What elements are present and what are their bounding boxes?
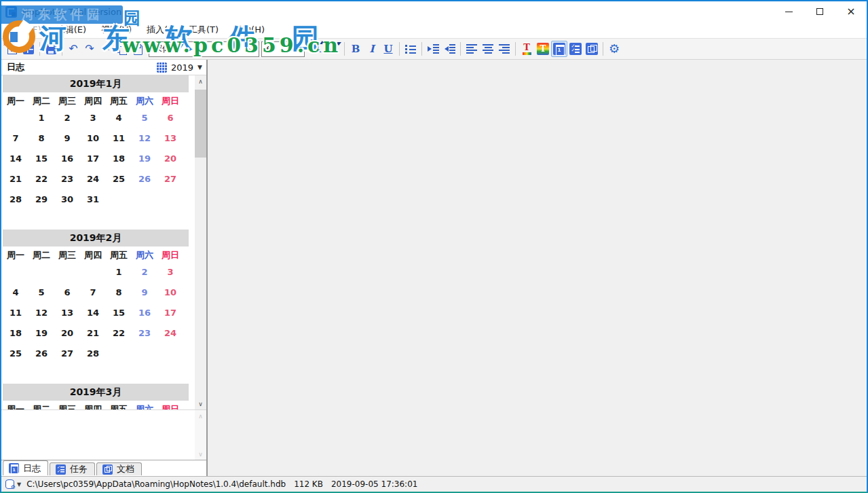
- tab-docs[interactable]: 文档: [96, 462, 142, 475]
- copy-button[interactable]: [114, 41, 130, 57]
- increase-indent-button[interactable]: [425, 41, 441, 57]
- date-cell[interactable]: 2: [132, 262, 157, 282]
- date-cell[interactable]: 13: [54, 303, 80, 323]
- date-cell[interactable]: 27: [157, 169, 183, 189]
- date-cell[interactable]: 19: [132, 149, 157, 169]
- bold-button[interactable]: B: [347, 41, 364, 57]
- date-cell[interactable]: 21: [80, 323, 106, 344]
- journal-view-button[interactable]: [551, 41, 567, 57]
- tab-tasks[interactable]: 任务: [50, 462, 95, 475]
- scroll-down-icon[interactable]: ∨: [195, 398, 206, 409]
- save-button[interactable]: [43, 41, 59, 57]
- date-cell[interactable]: 15: [106, 303, 132, 323]
- date-cell[interactable]: 10: [157, 282, 183, 303]
- date-cell[interactable]: 30: [54, 189, 80, 210]
- scroll-down-icon[interactable]: ∨: [195, 448, 206, 460]
- redo-button[interactable]: ↷: [81, 41, 98, 57]
- date-cell[interactable]: 21: [3, 169, 29, 189]
- tasks-view-button[interactable]: [567, 41, 584, 57]
- minimize-button[interactable]: [773, 1, 804, 22]
- decrease-font-button[interactable]: A: [325, 41, 341, 57]
- date-cell[interactable]: 13: [157, 128, 183, 149]
- date-cell[interactable]: 25: [3, 344, 29, 364]
- caret-down-icon[interactable]: ▼: [17, 481, 21, 488]
- undo-button[interactable]: ↶: [65, 41, 81, 57]
- date-cell[interactable]: 8: [29, 128, 54, 149]
- date-cell[interactable]: 12: [29, 303, 54, 323]
- menu-item-3[interactable]: 视图(V): [94, 22, 139, 38]
- date-cell[interactable]: 8: [106, 282, 132, 303]
- date-cell[interactable]: 29: [29, 189, 54, 210]
- date-cell[interactable]: 15: [29, 149, 54, 169]
- date-cell[interactable]: 26: [29, 344, 54, 364]
- date-cell[interactable]: 2: [54, 108, 80, 128]
- date-cell[interactable]: 20: [157, 149, 183, 169]
- date-cell[interactable]: 9: [54, 128, 80, 149]
- date-cell[interactable]: 6: [54, 282, 80, 303]
- font-size-select[interactable]: 6: [261, 41, 305, 57]
- date-cell[interactable]: 5: [29, 282, 54, 303]
- date-cell[interactable]: 5: [132, 108, 157, 128]
- bullet-list-button[interactable]: [402, 41, 419, 57]
- font-family-select[interactable]: 宋体: [149, 41, 259, 57]
- date-cell[interactable]: 16: [54, 149, 80, 169]
- maximize-button[interactable]: [804, 1, 835, 22]
- date-cell[interactable]: 14: [3, 149, 29, 169]
- date-cell[interactable]: 23: [54, 169, 80, 189]
- scroll-up-icon[interactable]: ∧: [195, 75, 206, 87]
- scroll-up-icon[interactable]: ∧: [195, 410, 206, 422]
- date-cell[interactable]: 16: [132, 303, 157, 323]
- date-cell[interactable]: 18: [3, 323, 29, 344]
- settings-button[interactable]: ⚙: [606, 41, 622, 57]
- date-cell[interactable]: 7: [80, 282, 106, 303]
- font-color-button[interactable]: T: [518, 41, 535, 57]
- menu-item-6[interactable]: 帮助(H): [226, 22, 272, 38]
- date-cell[interactable]: 26: [132, 169, 157, 189]
- menu-item-5[interactable]: 工具(T): [181, 22, 226, 38]
- entry-list-scrollbar[interactable]: ∧ ∨: [195, 410, 206, 460]
- tab-journal[interactable]: 日志: [3, 460, 48, 475]
- date-cell[interactable]: 22: [29, 169, 54, 189]
- cut-button[interactable]: ✂: [98, 41, 114, 57]
- date-cell[interactable]: 4: [3, 282, 29, 303]
- date-cell[interactable]: 3: [80, 108, 106, 128]
- date-cell[interactable]: 20: [54, 323, 80, 344]
- date-cell[interactable]: 23: [132, 323, 157, 344]
- entry-list-panel[interactable]: ∧ ∨: [1, 410, 206, 460]
- date-cell[interactable]: 25: [106, 169, 132, 189]
- date-cell[interactable]: 27: [54, 344, 80, 364]
- close-button[interactable]: ×: [835, 1, 867, 22]
- align-right-button[interactable]: [496, 41, 512, 57]
- editor-area[interactable]: [208, 60, 867, 476]
- date-cell[interactable]: 10: [80, 128, 106, 149]
- date-cell[interactable]: 28: [3, 189, 29, 210]
- year-selector[interactable]: 2019 ▼: [157, 62, 202, 73]
- database-icon[interactable]: [5, 479, 14, 489]
- date-cell[interactable]: 22: [106, 323, 132, 344]
- menu-item-2[interactable]: 编辑(E): [49, 22, 94, 38]
- menu-item-1[interactable]: 文件(F): [4, 22, 49, 38]
- date-cell[interactable]: 18: [106, 149, 132, 169]
- date-cell[interactable]: 4: [106, 108, 132, 128]
- date-cell[interactable]: 28: [80, 344, 106, 364]
- date-cell[interactable]: 9: [132, 282, 157, 303]
- align-left-button[interactable]: [464, 41, 480, 57]
- date-cell[interactable]: 3: [157, 262, 183, 282]
- date-cell[interactable]: 12: [132, 128, 157, 149]
- date-cell[interactable]: 1: [29, 108, 54, 128]
- layout-button[interactable]: [20, 41, 37, 57]
- date-cell[interactable]: 1: [106, 262, 132, 282]
- highlight-color-button[interactable]: T: [535, 41, 551, 57]
- date-cell[interactable]: 24: [157, 323, 183, 344]
- date-cell[interactable]: 11: [106, 128, 132, 149]
- date-cell[interactable]: 14: [80, 303, 106, 323]
- italic-button[interactable]: I: [364, 41, 380, 57]
- new-journal-button[interactable]: *: [4, 41, 20, 57]
- align-center-button[interactable]: [480, 41, 496, 57]
- calendar-scrollbar[interactable]: ∧ ∨: [195, 75, 206, 409]
- date-cell[interactable]: 7: [3, 128, 29, 149]
- underline-button[interactable]: U: [380, 41, 396, 57]
- increase-font-button[interactable]: A: [309, 41, 325, 57]
- date-cell[interactable]: 24: [80, 169, 106, 189]
- date-cell[interactable]: 31: [80, 189, 106, 210]
